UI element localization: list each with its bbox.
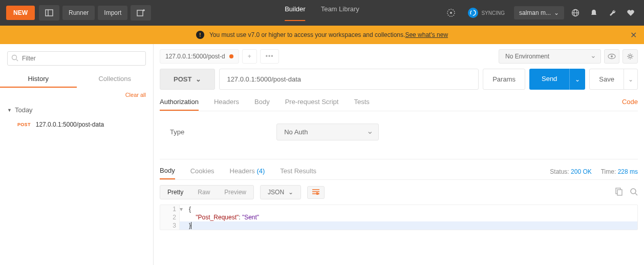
method-select[interactable]: POST ⌄: [160, 69, 215, 90]
sync-icon: [468, 8, 478, 18]
collections-tab[interactable]: Collections: [77, 71, 154, 88]
authorization-tab[interactable]: Authorization: [160, 98, 199, 111]
svg-point-14: [611, 55, 613, 57]
svg-rect-19: [617, 190, 622, 195]
code-link[interactable]: Code: [622, 98, 638, 106]
pretty-mode[interactable]: Pretty: [160, 186, 190, 199]
caret-icon: ▼: [7, 108, 12, 113]
json-key: "Post_Request": [196, 214, 239, 221]
params-button[interactable]: Params: [483, 69, 525, 90]
history-item[interactable]: POST 127.0.0.1:5000/post-data: [0, 118, 153, 131]
search-response-button[interactable]: [630, 188, 638, 197]
svg-point-11: [12, 55, 17, 60]
language-label: JSON: [268, 189, 284, 196]
svg-point-7: [470, 10, 476, 15]
history-url: 127.0.0.1:5000/post-data: [36, 121, 104, 128]
builder-tab[interactable]: Builder: [285, 5, 305, 21]
response-headers-tab[interactable]: Headers (4): [230, 167, 265, 179]
response-body-tab[interactable]: Body: [160, 167, 175, 179]
heart-icon: [627, 9, 635, 17]
env-settings-button[interactable]: [622, 49, 638, 64]
svg-point-15: [629, 55, 632, 58]
copy-response-button[interactable]: [614, 188, 622, 197]
runner-button[interactable]: Runner: [62, 6, 95, 20]
tab-label: 127.0.0.1:5000/post-d: [165, 53, 225, 60]
unsaved-dot-icon: [229, 54, 233, 58]
capture-button[interactable]: [443, 5, 459, 21]
eye-icon: [608, 53, 616, 59]
history-group[interactable]: ▼ Today: [0, 102, 153, 118]
save-button[interactable]: Save: [590, 69, 624, 89]
wrap-lines-button[interactable]: [307, 186, 325, 199]
user-dropdown[interactable]: salman m... ⌄: [514, 6, 564, 19]
notifications-button[interactable]: [587, 6, 601, 20]
code-text: {: [187, 205, 193, 213]
import-button[interactable]: Import: [98, 6, 127, 20]
save-dropdown-button[interactable]: ⌄: [624, 69, 637, 89]
headers-tab[interactable]: Headers: [214, 98, 239, 111]
favorite-button[interactable]: [624, 6, 638, 20]
svg-line-12: [16, 59, 18, 61]
url-input[interactable]: 127.0.0.1:5000/post-data: [219, 69, 479, 90]
new-window-button[interactable]: [131, 5, 151, 21]
tab-more-button[interactable]: •••: [260, 49, 280, 64]
env-preview-button[interactable]: [604, 49, 619, 64]
raw-mode[interactable]: Raw: [190, 186, 217, 199]
info-icon: !: [196, 31, 204, 39]
response-tests-tab[interactable]: Test Results: [280, 167, 316, 179]
send-dropdown-button[interactable]: ⌄: [569, 69, 585, 90]
auth-type-label: Type: [170, 128, 184, 136]
new-window-icon: [137, 9, 145, 17]
time-label: Time:: [601, 168, 616, 175]
chevron-down-icon: ⌄: [554, 9, 559, 16]
svg-rect-2: [137, 10, 143, 16]
svg-point-20: [631, 189, 636, 194]
wrench-icon: [608, 9, 616, 17]
response-cookies-tab[interactable]: Cookies: [190, 167, 214, 179]
search-icon: [630, 188, 638, 196]
content-area: 127.0.0.1:5000/post-d + ••• No Environme…: [154, 44, 644, 265]
chevron-down-icon: ⌄: [575, 76, 580, 83]
svg-rect-0: [46, 10, 53, 16]
chevron-down-icon: ⌄: [628, 76, 633, 83]
headers-count: (4): [256, 167, 265, 175]
globe-button[interactable]: [568, 6, 583, 20]
clear-all-link[interactable]: Clear all: [0, 88, 153, 102]
history-tab[interactable]: History: [0, 71, 77, 88]
line-number: 1: [160, 205, 180, 213]
top-nav: Builder Team Library: [285, 5, 359, 21]
cursor-icon: [191, 222, 191, 229]
warning-text: You must use v7.0 or higher to access yo…: [209, 31, 405, 38]
preview-mode[interactable]: Preview: [217, 186, 253, 199]
copy-icon: [614, 188, 622, 196]
layout-toggle-button[interactable]: [39, 5, 59, 21]
tests-tab[interactable]: Tests: [354, 98, 369, 111]
warning-close-button[interactable]: ✕: [630, 30, 637, 40]
status-label: Status:: [550, 168, 569, 175]
settings-button[interactable]: [605, 6, 619, 20]
json-value: "Sent": [242, 214, 259, 221]
sync-status[interactable]: SYNCING: [463, 6, 510, 20]
add-tab-button[interactable]: +: [242, 49, 257, 64]
svg-line-21: [635, 193, 637, 195]
language-select[interactable]: JSON ⌄: [260, 185, 301, 199]
capture-icon: [446, 8, 456, 17]
filter-input[interactable]: [7, 51, 146, 66]
fold-icon[interactable]: ▾: [180, 205, 187, 213]
chevron-down-icon: ⌄: [196, 75, 201, 83]
request-tab[interactable]: 127.0.0.1:5000/post-d: [160, 49, 239, 64]
prerequest-tab[interactable]: Pre-request Script: [285, 98, 339, 111]
method-label: POST: [174, 75, 191, 83]
time-value: 228 ms: [618, 168, 638, 175]
auth-type-select[interactable]: No Auth: [276, 124, 379, 140]
send-button[interactable]: Send: [529, 69, 569, 90]
environment-select[interactable]: No Environment: [499, 49, 601, 64]
body-tab[interactable]: Body: [254, 98, 270, 111]
globe-icon: [571, 9, 579, 17]
warning-link[interactable]: See what's new: [405, 31, 448, 38]
new-button[interactable]: NEW: [6, 6, 35, 20]
user-label: salman m...: [519, 9, 551, 16]
response-body[interactable]: 1 ▾ { 2 "Post_Request": "Sent" 3 }: [160, 205, 638, 230]
team-library-tab[interactable]: Team Library: [321, 5, 359, 21]
line-number: 2: [160, 213, 180, 221]
